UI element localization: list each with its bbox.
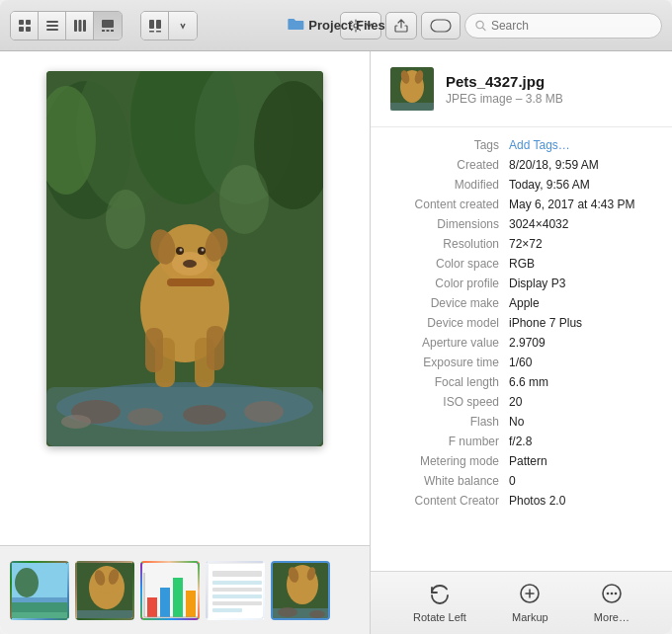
meta-label: Focal length [380,375,509,389]
meta-value: iPhone 7 Plus [509,316,582,330]
meta-row: Device makeApple [380,293,662,313]
thumbnail-strip [0,545,370,634]
meta-row: Color profileDisplay P3 [380,274,662,293]
meta-value: Today, 9:56 AM [509,178,590,192]
svg-rect-17 [156,31,161,33]
meta-value: 3024×4032 [509,217,568,231]
svg-point-20 [476,21,483,28]
svg-point-95 [615,593,618,595]
svg-rect-76 [212,608,242,612]
svg-rect-13 [111,30,114,32]
svg-rect-6 [46,29,58,31]
meta-row: FlashNo [380,412,662,432]
thumbnail-1[interactable] [10,561,69,620]
meta-row: Dimensions3024×4032 [380,214,662,234]
svg-rect-50 [167,278,214,286]
svg-rect-49 [207,326,224,370]
meta-row: F numberf/2.8 [380,432,662,451]
meta-row: ISO speed20 [380,392,662,412]
folder-icon [287,17,304,35]
svg-point-94 [611,593,614,595]
tag-button[interactable] [421,12,461,40]
meta-value: Pattern [509,454,547,468]
rotate-left-label: Rotate Left [413,611,466,623]
svg-rect-64 [147,597,157,617]
meta-row: Content CreatorPhotos 2.0 [380,491,662,511]
meta-label: Metering mode [380,454,509,468]
svg-rect-9 [83,20,86,32]
file-name: Pets_4327.jpg [446,73,563,90]
svg-point-44 [180,249,183,252]
meta-row: Resolution72×72 [380,234,662,254]
svg-rect-74 [212,594,262,598]
meta-label: Resolution [380,237,509,251]
markup-button[interactable]: Markup [496,579,564,627]
meta-row: ModifiedToday, 9:56 AM [380,175,662,195]
svg-rect-5 [46,25,58,27]
meta-value: 1/60 [509,356,532,369]
svg-point-51 [106,190,145,249]
meta-row: White balance0 [380,471,662,491]
view-btn-columns[interactable] [66,12,94,40]
svg-rect-14 [149,20,154,29]
view-btn-chevron[interactable] [169,12,197,40]
svg-rect-65 [160,588,170,617]
meta-label: Dimensions [380,217,509,231]
meta-label: Device model [380,316,509,330]
meta-row: Exposure time1/60 [380,353,662,372]
meta-value: RGB [509,257,535,271]
window-title: Project Files [308,18,384,33]
view-btn-list[interactable] [39,12,66,40]
share-button[interactable] [385,12,417,40]
view-btn-gallery[interactable] [94,12,122,40]
thumbnail-2[interactable] [75,561,134,620]
preview-svg [46,71,323,446]
meta-label: White balance [380,474,509,488]
thumbnail-5[interactable] [271,561,330,620]
right-panel: Pets_4327.jpg JPEG image – 3.8 MB TagsAd… [371,51,672,634]
more-button[interactable]: More… [578,579,645,627]
meta-label: ISO speed [380,395,509,409]
meta-row: Color spaceRGB [380,254,662,274]
meta-value: No [509,415,524,429]
svg-rect-66 [173,578,183,617]
view-btn-grid[interactable] [11,12,39,40]
meta-value: f/2.8 [509,435,532,448]
preview-image [46,71,323,446]
more-icon [600,583,624,608]
meta-label: Flash [380,415,509,429]
meta-value: Apple [509,296,540,310]
svg-point-32 [127,408,163,426]
meta-label: Color profile [380,277,509,290]
search-box[interactable] [464,13,662,39]
svg-rect-48 [145,328,163,372]
view-buttons[interactable] [10,11,123,40]
file-type: JPEG image – 3.8 MB [446,92,563,106]
svg-point-33 [183,405,226,425]
meta-row: Created8/20/18, 9:59 AM [380,155,662,175]
svg-rect-90 [390,103,434,111]
svg-rect-19 [431,20,451,32]
svg-rect-62 [77,610,134,620]
thumbnail-3[interactable] [140,561,200,620]
svg-point-41 [183,260,197,268]
meta-label: Modified [380,178,509,192]
svg-point-93 [607,593,610,595]
meta-value: Photos 2.0 [509,494,565,508]
view-btn-gallery2[interactable] [141,12,169,40]
search-input[interactable] [491,19,651,33]
meta-value[interactable]: Add Tags… [509,138,570,152]
thumbnail-4[interactable] [206,561,265,620]
title-bar-center: Project Files [287,17,384,35]
more-label: More… [594,611,630,623]
svg-rect-55 [12,602,69,620]
meta-label: F number [380,435,509,448]
svg-point-35 [61,415,91,429]
svg-point-56 [15,568,39,597]
svg-rect-12 [107,30,110,32]
svg-rect-67 [186,591,196,617]
view-buttons-extra[interactable] [140,11,198,40]
file-info: Pets_4327.jpg JPEG image – 3.8 MB [446,73,563,106]
rotate-left-button[interactable]: Rotate Left [397,579,482,627]
meta-value: 2.9709 [509,336,546,350]
